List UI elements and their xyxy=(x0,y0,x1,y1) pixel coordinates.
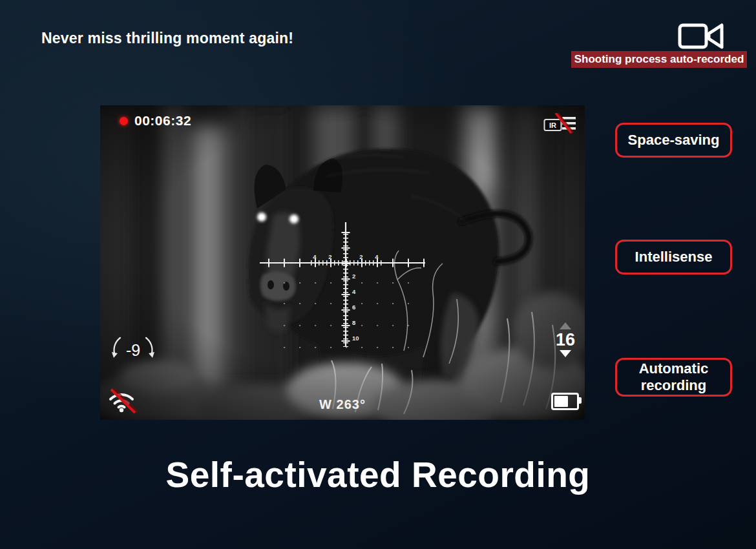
crosshair-reticle: 4 2 2 4 2 4 6 8 10 xyxy=(100,105,585,420)
recording-time: 00:06:32 xyxy=(134,113,191,129)
promo-page: Never miss thrilling moment again! Shoot… xyxy=(0,0,756,549)
reticle-number: 2 xyxy=(328,253,331,260)
reticle-number: 4 xyxy=(352,288,356,295)
night-vision-viewfinder: 4 2 2 4 2 4 6 8 10 00:06:32 xyxy=(100,105,585,420)
tilt-value: -9 xyxy=(126,341,140,359)
video-camera-icon xyxy=(677,20,726,52)
zoom-level-control: 16 xyxy=(551,322,580,357)
feature-button-automatic-recording[interactable]: Automatic recording xyxy=(615,358,732,397)
feature-label: Intellisense xyxy=(635,249,713,265)
triangle-down-icon xyxy=(560,350,571,357)
tagline: Never miss thrilling moment again! xyxy=(41,30,293,47)
page-title: Self-activated Recording xyxy=(0,454,756,495)
feature-label: Space-saving xyxy=(628,132,720,149)
reticle-number: 6 xyxy=(352,304,355,311)
record-dot-icon xyxy=(120,117,128,125)
feature-label: Automatic recording xyxy=(632,360,716,394)
recording-indicator: 00:06:32 xyxy=(120,113,191,129)
reticle-number: 2 xyxy=(359,253,362,260)
reticle-number: 4 xyxy=(313,253,317,260)
ir-off-icon: IR xyxy=(543,113,577,134)
ir-label: IR xyxy=(549,121,556,129)
reticle-number: 8 xyxy=(352,319,355,326)
reticle-number: 4 xyxy=(375,253,379,260)
zoom-value: 16 xyxy=(556,329,575,350)
compass-heading: W 263° xyxy=(100,397,585,412)
triangle-up-icon xyxy=(560,322,571,329)
reticle-number: 2 xyxy=(352,273,355,280)
feature-button-intellisense[interactable]: Intellisense xyxy=(615,240,732,274)
tilt-indicator: -9 xyxy=(110,333,156,366)
auto-record-badge: Shooting process auto-recorded xyxy=(571,51,747,68)
reticle-number: 10 xyxy=(352,335,359,342)
feature-button-space-saving[interactable]: Space-saving xyxy=(615,123,732,158)
